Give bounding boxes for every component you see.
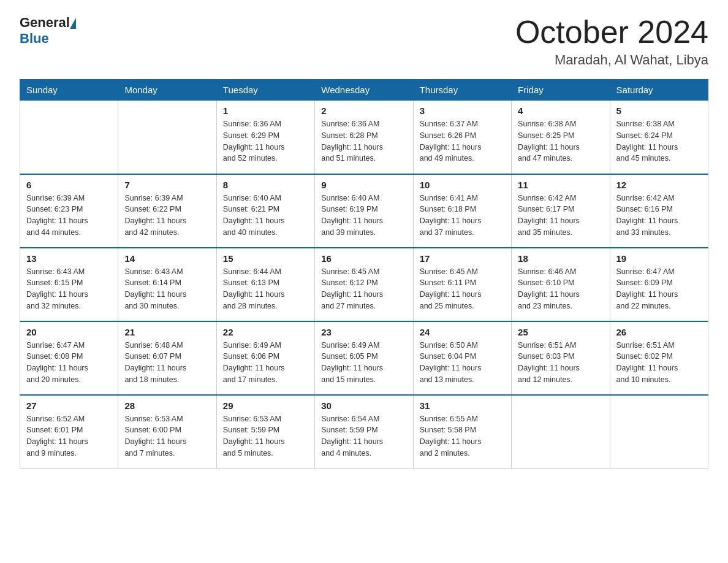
day-number: 15 (223, 253, 308, 264)
day-number: 27 (26, 400, 112, 411)
calendar-cell: 31Sunrise: 6:55 AMSunset: 5:58 PMDayligh… (413, 395, 511, 469)
calendar-cell: 11Sunrise: 6:42 AMSunset: 6:17 PMDayligh… (512, 174, 610, 248)
day-info: Sunrise: 6:54 AMSunset: 5:59 PMDaylight:… (321, 413, 406, 459)
calendar-cell: 14Sunrise: 6:43 AMSunset: 6:14 PMDayligh… (118, 248, 216, 321)
calendar-cell: 16Sunrise: 6:45 AMSunset: 6:12 PMDayligh… (315, 248, 413, 321)
calendar-cell: 9Sunrise: 6:40 AMSunset: 6:19 PMDaylight… (315, 174, 413, 248)
day-number: 9 (321, 180, 406, 190)
day-info: Sunrise: 6:43 AMSunset: 6:14 PMDaylight:… (124, 266, 210, 312)
calendar-cell (118, 101, 216, 174)
calendar-week-row: 27Sunrise: 6:52 AMSunset: 6:01 PMDayligh… (20, 395, 708, 469)
calendar-cell (512, 395, 610, 469)
day-number: 10 (420, 180, 505, 190)
calendar-cell: 7Sunrise: 6:39 AMSunset: 6:22 PMDaylight… (118, 174, 216, 248)
day-number: 11 (518, 180, 603, 190)
day-info: Sunrise: 6:42 AMSunset: 6:17 PMDaylight:… (518, 193, 603, 239)
calendar-cell: 24Sunrise: 6:50 AMSunset: 6:04 PMDayligh… (413, 321, 511, 395)
calendar-cell: 1Sunrise: 6:36 AMSunset: 6:29 PMDaylight… (216, 101, 314, 174)
day-number: 30 (321, 400, 406, 411)
day-number: 1 (223, 105, 308, 116)
calendar-cell: 17Sunrise: 6:45 AMSunset: 6:11 PMDayligh… (413, 248, 511, 321)
day-info: Sunrise: 6:44 AMSunset: 6:13 PMDaylight:… (223, 266, 308, 312)
calendar-cell (20, 101, 118, 174)
day-number: 12 (616, 180, 702, 190)
calendar-header-wednesday: Wednesday (315, 80, 413, 101)
day-info: Sunrise: 6:53 AMSunset: 6:00 PMDaylight:… (124, 413, 210, 459)
calendar-cell: 13Sunrise: 6:43 AMSunset: 6:15 PMDayligh… (20, 248, 118, 321)
logo: General Blue (20, 15, 76, 47)
day-number: 19 (616, 253, 702, 264)
calendar-cell (610, 395, 708, 469)
logo-triangle-icon (70, 18, 76, 29)
calendar-header-row: SundayMondayTuesdayWednesdayThursdayFrid… (20, 80, 708, 101)
calendar-cell: 19Sunrise: 6:47 AMSunset: 6:09 PMDayligh… (610, 248, 708, 321)
calendar-cell: 26Sunrise: 6:51 AMSunset: 6:02 PMDayligh… (610, 321, 708, 395)
day-number: 26 (616, 327, 702, 337)
day-number: 3 (420, 105, 505, 116)
day-info: Sunrise: 6:42 AMSunset: 6:16 PMDaylight:… (616, 193, 702, 239)
day-info: Sunrise: 6:36 AMSunset: 6:29 PMDaylight:… (223, 118, 308, 164)
day-info: Sunrise: 6:50 AMSunset: 6:04 PMDaylight:… (420, 340, 505, 386)
day-info: Sunrise: 6:53 AMSunset: 5:59 PMDaylight:… (223, 413, 308, 459)
day-info: Sunrise: 6:49 AMSunset: 6:05 PMDaylight:… (321, 340, 406, 386)
calendar-cell: 28Sunrise: 6:53 AMSunset: 6:00 PMDayligh… (118, 395, 216, 469)
day-info: Sunrise: 6:46 AMSunset: 6:10 PMDaylight:… (518, 266, 603, 312)
day-number: 7 (124, 180, 210, 190)
day-number: 16 (321, 253, 406, 264)
calendar-header-tuesday: Tuesday (216, 80, 314, 101)
calendar-cell: 2Sunrise: 6:36 AMSunset: 6:28 PMDaylight… (315, 101, 413, 174)
day-number: 14 (124, 253, 210, 264)
calendar-table: SundayMondayTuesdayWednesdayThursdayFrid… (20, 79, 708, 469)
calendar-cell: 30Sunrise: 6:54 AMSunset: 5:59 PMDayligh… (315, 395, 413, 469)
calendar-cell: 21Sunrise: 6:48 AMSunset: 6:07 PMDayligh… (118, 321, 216, 395)
day-info: Sunrise: 6:51 AMSunset: 6:02 PMDaylight:… (616, 340, 702, 386)
day-info: Sunrise: 6:51 AMSunset: 6:03 PMDaylight:… (518, 340, 603, 386)
calendar-cell: 27Sunrise: 6:52 AMSunset: 6:01 PMDayligh… (20, 395, 118, 469)
day-number: 25 (518, 327, 603, 337)
day-info: Sunrise: 6:45 AMSunset: 6:11 PMDaylight:… (420, 266, 505, 312)
day-number: 31 (420, 400, 505, 411)
day-info: Sunrise: 6:39 AMSunset: 6:22 PMDaylight:… (124, 193, 210, 239)
day-number: 23 (321, 327, 406, 337)
month-title: October 2024 (515, 15, 708, 50)
calendar-header-monday: Monday (118, 80, 216, 101)
calendar-header-thursday: Thursday (413, 80, 511, 101)
day-info: Sunrise: 6:47 AMSunset: 6:08 PMDaylight:… (26, 340, 112, 386)
day-info: Sunrise: 6:47 AMSunset: 6:09 PMDaylight:… (616, 266, 702, 312)
title-block: October 2024 Maradah, Al Wahat, Libya (515, 15, 708, 68)
location-title: Maradah, Al Wahat, Libya (515, 52, 708, 68)
calendar-cell: 6Sunrise: 6:39 AMSunset: 6:23 PMDaylight… (20, 174, 118, 248)
day-number: 2 (321, 105, 406, 116)
day-number: 21 (124, 327, 210, 337)
day-info: Sunrise: 6:52 AMSunset: 6:01 PMDaylight:… (26, 413, 112, 459)
day-number: 29 (223, 400, 308, 411)
calendar-cell: 12Sunrise: 6:42 AMSunset: 6:16 PMDayligh… (610, 174, 708, 248)
day-info: Sunrise: 6:55 AMSunset: 5:58 PMDaylight:… (420, 413, 505, 459)
day-number: 22 (223, 327, 308, 337)
calendar-cell: 23Sunrise: 6:49 AMSunset: 6:05 PMDayligh… (315, 321, 413, 395)
day-number: 6 (26, 180, 112, 190)
calendar-week-row: 13Sunrise: 6:43 AMSunset: 6:15 PMDayligh… (20, 248, 708, 321)
calendar-cell: 18Sunrise: 6:46 AMSunset: 6:10 PMDayligh… (512, 248, 610, 321)
calendar-week-row: 6Sunrise: 6:39 AMSunset: 6:23 PMDaylight… (20, 174, 708, 248)
calendar-cell: 8Sunrise: 6:40 AMSunset: 6:21 PMDaylight… (216, 174, 314, 248)
day-number: 8 (223, 180, 308, 190)
page-header: General Blue October 2024 Maradah, Al Wa… (20, 15, 708, 68)
calendar-cell: 29Sunrise: 6:53 AMSunset: 5:59 PMDayligh… (216, 395, 314, 469)
day-info: Sunrise: 6:38 AMSunset: 6:24 PMDaylight:… (616, 118, 702, 164)
day-number: 28 (124, 400, 210, 411)
calendar-week-row: 20Sunrise: 6:47 AMSunset: 6:08 PMDayligh… (20, 321, 708, 395)
calendar-cell: 20Sunrise: 6:47 AMSunset: 6:08 PMDayligh… (20, 321, 118, 395)
day-number: 18 (518, 253, 603, 264)
calendar-header-friday: Friday (512, 80, 610, 101)
calendar-cell: 25Sunrise: 6:51 AMSunset: 6:03 PMDayligh… (512, 321, 610, 395)
day-info: Sunrise: 6:40 AMSunset: 6:21 PMDaylight:… (223, 193, 308, 239)
day-number: 13 (26, 253, 112, 264)
logo-general-text: General (20, 15, 70, 31)
calendar-cell: 10Sunrise: 6:41 AMSunset: 6:18 PMDayligh… (413, 174, 511, 248)
day-info: Sunrise: 6:41 AMSunset: 6:18 PMDaylight:… (420, 193, 505, 239)
day-info: Sunrise: 6:38 AMSunset: 6:25 PMDaylight:… (518, 118, 603, 164)
calendar-header-sunday: Sunday (20, 80, 118, 101)
calendar-cell: 4Sunrise: 6:38 AMSunset: 6:25 PMDaylight… (512, 101, 610, 174)
day-info: Sunrise: 6:48 AMSunset: 6:07 PMDaylight:… (124, 340, 210, 386)
